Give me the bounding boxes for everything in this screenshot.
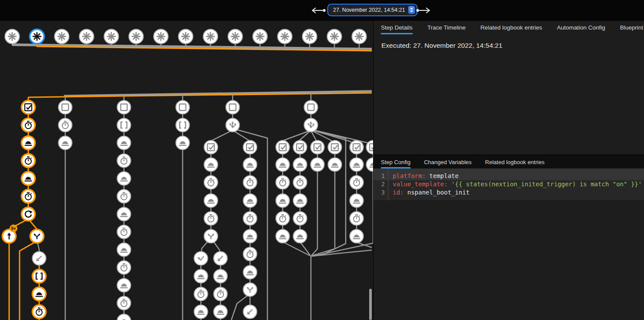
trace-node-dome[interactable] [194,305,208,319]
trace-node-timer[interactable] [276,212,290,225]
tab-related-logbook-entries[interactable]: Related logbook entries [485,155,545,168]
trace-node-dome[interactable] [294,230,307,243]
trace-node-checkbox[interactable] [204,141,218,154]
trace-node-arrow-check[interactable] [194,252,208,265]
trace-node-square[interactable] [176,101,190,114]
trace-node-asterisk[interactable] [55,30,69,44]
trace-node-timer[interactable] [294,176,307,189]
next-trace-icon[interactable] [416,7,431,14]
trace-node-dome[interactable] [117,279,131,292]
trace-node-square[interactable] [304,101,318,114]
trace-node-dome[interactable] [22,136,35,150]
trace-node-dome[interactable] [276,194,290,208]
trace-node-dome[interactable] [117,172,131,185]
trace-node-dome[interactable] [244,194,257,208]
trace-node-asterisk[interactable] [154,30,168,44]
trace-node-timer[interactable] [59,119,72,132]
trace-node-repeat[interactable] [22,208,35,221]
trace-node-checkbox[interactable] [276,141,290,154]
trace-node-dome[interactable] [22,172,35,185]
trace-node-dome[interactable] [214,305,227,319]
trace-node-dome[interactable] [176,136,190,150]
trace-node-asterisk[interactable] [352,30,367,44]
trace-node-asterisk[interactable] [5,30,20,44]
trace-node-brackets[interactable] [117,119,131,132]
trace-node-dome[interactable] [294,158,307,172]
trace-node-dome[interactable] [194,270,208,283]
trace-node-split[interactable] [244,283,257,297]
trace-node-timer[interactable] [244,176,257,189]
trace-node-dome[interactable] [350,158,364,172]
trace-node-checkbox[interactable] [328,141,342,154]
trace-node-dome[interactable] [276,230,290,243]
tab-trace-timeline[interactable]: Trace Timeline [427,21,466,34]
trace-node-asterisk[interactable] [179,30,193,44]
trace-node-checkbox[interactable] [22,101,35,114]
trace-node-dome[interactable] [367,158,374,172]
code-line-1[interactable]: 1platform: template [374,172,644,180]
trace-node-asterisk[interactable] [278,30,292,44]
trace-node-choose[interactable] [304,119,318,132]
trace-node-asterisk[interactable] [228,30,243,44]
trace-node-timer[interactable] [117,261,131,274]
trace-node-timer[interactable] [117,225,131,239]
graph-scrollbar-thumb[interactable] [369,289,372,320]
trace-node-timer[interactable] [294,212,307,225]
trace-picker[interactable]: 27. November 2022, 14:54:21 [328,5,417,15]
tab-step-config[interactable]: Step Config [381,155,410,168]
trace-node-dome[interactable] [117,314,131,320]
trace-node-timer[interactable] [117,297,131,310]
trace-node-dome[interactable] [350,230,364,243]
trace-node-timer[interactable] [204,176,218,189]
trace-node-timer[interactable] [22,154,35,168]
trace-node-dome[interactable] [328,158,342,172]
trace-node-square[interactable] [117,101,131,114]
trace-node-dome[interactable] [294,194,307,208]
trace-node-brackets[interactable] [33,270,46,283]
trace-node-dome[interactable] [350,194,364,208]
trace-node-timer[interactable] [22,119,35,132]
trace-node-arrow-dl[interactable] [33,252,46,265]
trace-node-timer[interactable] [276,176,290,189]
trace-node-dome[interactable] [311,158,324,172]
trace-node-timer[interactable] [33,305,46,319]
trace-node-asterisk[interactable] [80,30,94,44]
trace-node-asterisk[interactable] [253,30,267,44]
trace-node-asterisk[interactable] [104,30,119,44]
trace-node-dome[interactable] [117,243,131,257]
previous-trace-icon[interactable] [310,7,326,14]
tab-related-logbook-entries[interactable]: Related logbook entries [480,21,542,34]
trace-node-checkbox[interactable] [244,141,257,154]
trace-node-timer[interactable] [204,212,218,225]
trace-node-dome[interactable] [117,136,131,150]
trace-node-timer[interactable] [22,190,35,203]
trace-node-timer[interactable] [214,287,227,301]
tab-blueprint-config[interactable]: Blueprint Config [620,21,644,34]
trace-node-timer[interactable] [244,247,257,261]
trace-node-checkbox[interactable] [294,141,307,154]
trace-node-timer[interactable] [350,176,364,189]
trace-node-dome[interactable] [244,266,257,279]
trace-node-asterisk[interactable] [327,30,342,44]
trace-node-arrow-dl[interactable] [244,305,257,319]
trace-node-dome[interactable] [276,158,290,172]
trace-node-timer[interactable] [117,154,131,168]
code-line-3[interactable]: 3id: nspanel_boot_init [374,188,644,197]
trace-node-asterisk[interactable] [204,30,218,44]
trace-node-timer[interactable] [244,212,257,225]
trace-node-square[interactable] [59,101,72,114]
trace-node-dome[interactable] [59,136,72,150]
trace-node-timer[interactable] [350,212,364,225]
trace-node-square[interactable] [226,101,240,114]
trace-node-asterisk[interactable] [303,30,317,44]
tab-step-details[interactable]: Step Details [381,21,413,34]
trace-node-dome[interactable] [33,287,46,301]
trace-node-dome[interactable] [117,208,131,221]
trace-node-dome[interactable] [244,230,257,243]
trace-node-checkbox[interactable] [311,141,324,154]
trace-node-split[interactable] [30,230,44,243]
trace-node-brackets[interactable] [176,119,190,132]
trace-node-dome[interactable] [214,270,227,283]
trace-node-asterisk[interactable] [129,30,143,44]
trace-node-dome[interactable] [244,158,257,172]
